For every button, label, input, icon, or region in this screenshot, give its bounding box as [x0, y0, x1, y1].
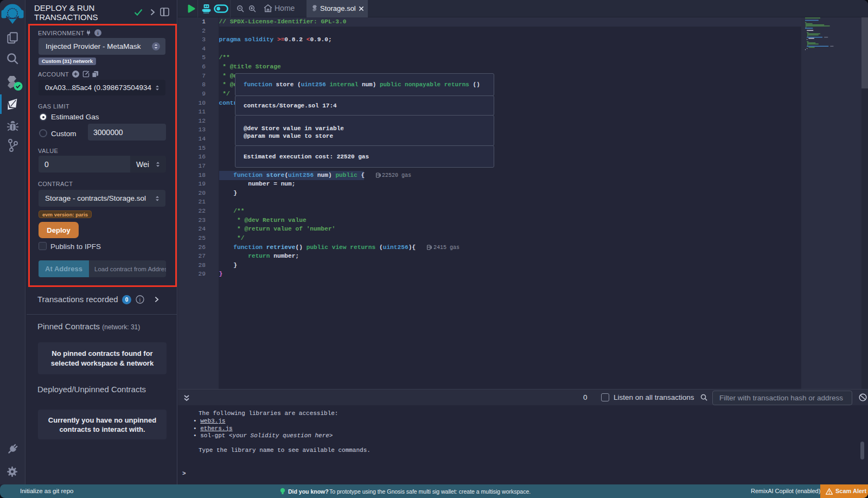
svg-text:i: i: [139, 297, 141, 303]
